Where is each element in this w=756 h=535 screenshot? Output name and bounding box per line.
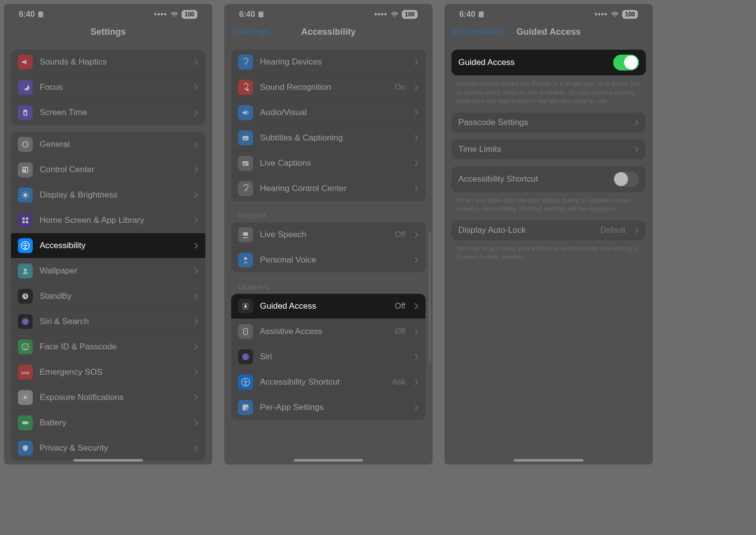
shortcut-icon	[238, 375, 253, 390]
chevron-right-icon	[414, 328, 419, 335]
row-standby[interactable]: StandBy	[11, 284, 205, 309]
row-screentime[interactable]: Screen Time	[11, 100, 205, 125]
row-label: Exposure Notifications	[40, 393, 187, 402]
accessibility-shortcut-toggle-row[interactable]: Accessibility Shortcut	[451, 166, 646, 192]
ga-footer: Guided Access keeps the iPhone in a sing…	[456, 79, 641, 106]
row-hearing[interactable]: Hearing Devices	[231, 50, 426, 75]
row-label: Privacy & Security	[40, 443, 187, 453]
home-indicator	[514, 459, 583, 462]
row-label: Control Center	[40, 165, 187, 175]
svg-point-21	[24, 396, 27, 399]
row-label: Personal Voice	[260, 255, 407, 265]
row-livespeech[interactable]: Live SpeechOff	[231, 222, 426, 248]
row-hearingcc[interactable]: Hearing Control Center	[231, 176, 426, 201]
chevron-right-icon	[194, 59, 198, 66]
chevron-right-icon	[414, 404, 419, 411]
svg-rect-45	[479, 11, 484, 17]
back-label: Settings	[238, 27, 268, 37]
row-exposure[interactable]: Exposure Notifications	[11, 385, 205, 410]
row-label: Siri	[260, 352, 407, 362]
row-display[interactable]: Display & Brightness	[11, 183, 205, 208]
back-button[interactable]: Accessibility	[451, 27, 504, 37]
svg-point-16	[22, 318, 29, 325]
row-soundrec[interactable]: Sound RecognitionOn	[231, 75, 426, 100]
accessibility-shortcut-toggle[interactable]	[613, 171, 639, 187]
row-audiovisual[interactable]: Audio/Visual	[231, 100, 426, 126]
row-wallpaper[interactable]: Wallpaper	[11, 259, 205, 284]
soundrec-icon	[238, 80, 253, 95]
svg-rect-4	[22, 167, 28, 173]
general-icon	[18, 137, 33, 152]
faceid-icon	[18, 339, 33, 354]
row-guided[interactable]: Guided AccessOff	[231, 294, 426, 319]
row-label: Time Limits	[458, 144, 628, 154]
row-siri[interactable]: Siri & Search	[11, 309, 205, 334]
wifi-icon	[390, 11, 399, 18]
scroll-indicator[interactable]	[429, 232, 431, 361]
settings-group-a: Sounds & HapticsFocusScreen Time	[11, 50, 205, 125]
speech-group: Live SpeechOffPersonal Voice	[231, 222, 426, 272]
screen-guided-access: 6:40 •••• 100 Accessibility Guided Acces…	[444, 4, 653, 465]
siri-icon	[18, 314, 33, 329]
row-label: Passcode Settings	[458, 118, 628, 128]
svg-rect-28	[244, 138, 246, 139]
back-button[interactable]: Settings	[231, 27, 268, 37]
row-label: Emergency SOS	[40, 367, 187, 377]
row-label: Siri & Search	[40, 317, 187, 327]
general-header: GENERAL	[238, 283, 419, 291]
time-limits-row[interactable]: Time Limits	[451, 139, 646, 159]
row-homescreen[interactable]: Home Screen & App Library	[11, 208, 205, 233]
screen-accessibility: 6:40 •••• 100 Settings Accessibility Hea…	[224, 4, 433, 465]
status-bar: 6:40 •••• 100	[224, 4, 433, 21]
sos-icon: SOS	[18, 365, 33, 380]
row-controlcenter[interactable]: Control Center	[11, 157, 205, 183]
livespeech-icon	[238, 227, 253, 242]
row-subtitles[interactable]: Subtitles & Captioning	[231, 126, 426, 151]
status-card-icon	[38, 11, 44, 18]
audiovisual-icon	[238, 105, 253, 120]
row-label: Assistive Access	[260, 327, 388, 336]
ga-toggle-group: Guided Access	[451, 50, 646, 75]
row-label: Guided Access	[260, 301, 388, 311]
battery-icon	[18, 415, 33, 430]
hearing-group: Hearing DevicesSound RecognitionOnAudio/…	[231, 50, 426, 201]
row-accessibility[interactable]: Accessibility	[11, 233, 205, 259]
display-auto-lock-row[interactable]: Display Auto-Lock Default	[451, 220, 646, 240]
chevron-right-icon	[194, 141, 198, 148]
guided-access-toggle[interactable]	[613, 55, 639, 70]
row-focus[interactable]: Focus	[11, 75, 205, 100]
chevron-right-icon	[414, 84, 419, 91]
screen-settings: 6:40 •••• 100 Settings Sounds & HapticsF…	[4, 4, 212, 465]
chevron-right-icon	[194, 445, 198, 452]
status-bar: 6:40 •••• 100	[4, 4, 212, 21]
row-shortcut[interactable]: Accessibility ShortcutAsk	[231, 370, 426, 395]
row-general[interactable]: General	[11, 132, 205, 157]
livecaptions-icon	[238, 156, 253, 171]
chevron-right-icon	[634, 227, 639, 234]
svg-rect-6	[26, 168, 27, 172]
guided-access-toggle-row[interactable]: Guided Access	[451, 50, 646, 75]
row-battery[interactable]: Battery	[11, 410, 205, 436]
row-personalvoice[interactable]: Personal Voice	[231, 248, 426, 272]
row-siri[interactable]: Siri	[231, 344, 426, 370]
row-privacy[interactable]: Privacy & Security	[11, 436, 205, 461]
row-sos[interactable]: SOSEmergency SOS	[11, 360, 205, 385]
svg-point-34	[244, 257, 247, 260]
row-assistive[interactable]: Assistive AccessOff	[231, 319, 426, 344]
row-sounds[interactable]: Sounds & Haptics	[11, 50, 205, 75]
personalvoice-icon	[238, 253, 253, 268]
svg-rect-23	[22, 421, 28, 424]
passcode-group: Passcode Settings	[451, 113, 646, 133]
page-title: Settings	[90, 27, 126, 37]
chevron-left-icon	[451, 27, 457, 36]
row-faceid[interactable]: Face ID & Passcode	[11, 334, 205, 360]
battery-badge: 100	[182, 10, 197, 19]
hearingcc-icon	[238, 181, 253, 196]
speech-header: SPEECH	[238, 212, 419, 219]
row-livecaptions[interactable]: Live Captions	[231, 151, 426, 176]
passcode-settings-row[interactable]: Passcode Settings	[451, 113, 646, 133]
row-label: Display & Brightness	[40, 190, 187, 200]
row-label: Live Speech	[260, 230, 388, 240]
chevron-right-icon	[194, 318, 198, 325]
row-perapp[interactable]: Per-App Settings	[231, 395, 426, 420]
